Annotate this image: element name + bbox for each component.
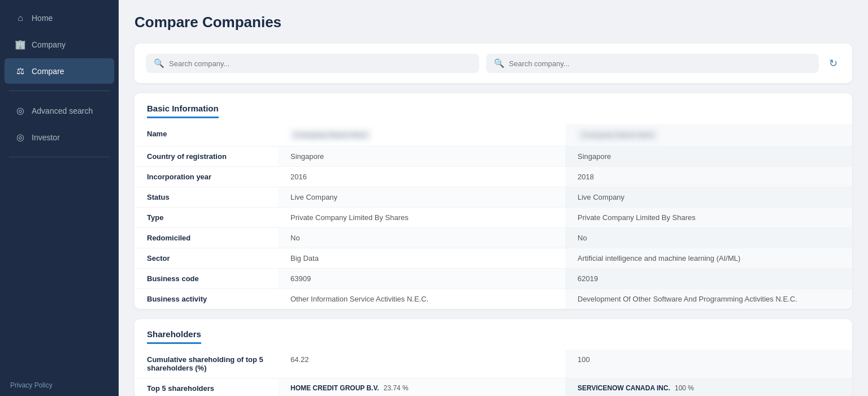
row-label-redomiciled: Redomiciled: [134, 228, 278, 248]
row-label-top5: Top 5 shareholders: [134, 378, 278, 397]
search-row: 🔍 🔍 ↻: [134, 44, 852, 83]
main-content: Compare Companies 🔍 🔍 ↻ Basic Informatio…: [119, 0, 868, 396]
row-col1-top5: HOME CREDIT GROUP B.V. 23.74 %: [278, 378, 565, 397]
investor-icon: ◎: [15, 132, 26, 143]
sidebar-item-home[interactable]: ⌂ Home: [5, 6, 114, 31]
row-col2-biz-activity: Development Of Other Software And Progra…: [565, 289, 852, 309]
row-col2-name: Company Name Here: [565, 124, 852, 147]
row-col1-type: Private Company Limited By Shares: [278, 208, 565, 228]
basic-info-card: Basic Information Name Company Name Here…: [134, 93, 852, 309]
search-box-1: 🔍: [146, 54, 479, 73]
row-col2-inc-year: 2018: [565, 167, 852, 187]
table-row: Top 5 shareholders HOME CREDIT GROUP B.V…: [134, 378, 852, 397]
search-box-2: 🔍: [486, 54, 819, 73]
sidebar-item-label: Investor: [32, 133, 60, 142]
table-row: Redomiciled No No: [134, 228, 852, 248]
row-col1-sector: Big Data: [278, 248, 565, 269]
shareholders-table: Cumulative shareholding of top 5 shareho…: [134, 350, 852, 396]
row-col2-type: Private Company Limited By Shares: [565, 208, 852, 228]
row-label-cumulative: Cumulative shareholding of top 5 shareho…: [134, 350, 278, 378]
blurred-name-1: Company Name Here: [290, 130, 371, 140]
search-icon-1: 🔍: [154, 58, 164, 68]
row-col2-biz-code: 62019: [565, 269, 852, 289]
table-row: Type Private Company Limited By Shares P…: [134, 208, 852, 228]
table-row: Status Live Company Live Company: [134, 187, 852, 208]
row-col1-inc-year: 2016: [278, 167, 565, 187]
row-col1-country: Singapore: [278, 147, 565, 167]
row-label-inc-year: Incorporation year: [134, 167, 278, 187]
shareholder-name-2: SERVICENOW CANADA INC.: [578, 384, 670, 392]
sidebar-item-label: Advanced search: [32, 106, 93, 115]
row-label-biz-code: Business code: [134, 269, 278, 289]
row-col2-top5: SERVICENOW CANADA INC. 100 %: [565, 378, 852, 397]
row-col1-biz-activity: Other Information Service Activities N.E…: [278, 289, 565, 309]
row-col1-status: Live Company: [278, 187, 565, 208]
sidebar-item-company[interactable]: 🏢 Company: [5, 32, 114, 57]
sidebar-divider-1: [9, 91, 110, 91]
basic-info-title: Basic Information: [147, 104, 219, 118]
search-icon-2: 🔍: [494, 58, 505, 68]
company-icon: 🏢: [15, 39, 26, 50]
basic-info-table: Name Company Name Here Company Name Here…: [134, 124, 852, 309]
table-row: Business code 63909 62019: [134, 269, 852, 289]
search-input-2[interactable]: [509, 59, 811, 68]
sidebar-item-label: Company: [32, 40, 66, 49]
row-col2-status: Live Company: [565, 187, 852, 208]
row-label-name: Name: [134, 124, 278, 147]
row-col2-redomiciled: No: [565, 228, 852, 248]
table-row: Sector Big Data Artificial intelligence …: [134, 248, 852, 269]
table-row: Business activity Other Information Serv…: [134, 289, 852, 309]
shareholder-pct-1: 23.74 %: [384, 384, 409, 392]
sidebar-item-compare[interactable]: ⚖ Compare: [5, 58, 114, 84]
shareholder-item-2: SERVICENOW CANADA INC. 100 %: [578, 384, 840, 392]
sidebar: ⌂ Home 🏢 Company ⚖ Compare ◎ Advanced se…: [0, 0, 119, 396]
row-col1-biz-code: 63909: [278, 269, 565, 289]
sidebar-divider-2: [9, 157, 110, 157]
search-input-1[interactable]: [169, 59, 471, 68]
shareholders-header: Shareholders: [134, 319, 852, 350]
compare-icon: ⚖: [15, 66, 26, 76]
row-label-sector: Sector: [134, 248, 278, 269]
row-label-status: Status: [134, 187, 278, 208]
table-row: Cumulative shareholding of top 5 shareho…: [134, 350, 852, 378]
basic-info-header: Basic Information: [134, 93, 852, 124]
shareholder-pct-2: 100 %: [675, 384, 694, 392]
row-col1-name: Company Name Here: [278, 124, 565, 147]
sidebar-item-advanced-search[interactable]: ◎ Advanced search: [5, 98, 114, 123]
home-icon: ⌂: [15, 13, 26, 23]
row-col1-cumulative: 64.22: [278, 350, 565, 378]
row-label-type: Type: [134, 208, 278, 228]
sidebar-item-label: Compare: [32, 67, 64, 76]
shareholder-name-1: HOME CREDIT GROUP B.V.: [290, 384, 379, 392]
search-card: 🔍 🔍 ↻: [134, 44, 852, 83]
table-row: Incorporation year 2016 2018: [134, 167, 852, 187]
privacy-policy-link[interactable]: Privacy Policy: [0, 375, 119, 396]
row-label-country: Country of registration: [134, 147, 278, 167]
table-row: Name Company Name Here Company Name Here: [134, 124, 852, 147]
row-col2-sector: Artificial intelligence and machine lear…: [565, 248, 852, 269]
advanced-search-icon: ◎: [15, 105, 26, 116]
sidebar-item-investor[interactable]: ◎ Investor: [5, 124, 114, 150]
shareholders-title: Shareholders: [147, 329, 201, 344]
row-col2-country: Singapore: [565, 147, 852, 167]
page-title: Compare Companies: [134, 14, 852, 31]
blurred-name-2: Company Name Here: [578, 130, 658, 140]
row-col2-cumulative: 100: [565, 350, 852, 378]
shareholders-card: Shareholders Cumulative shareholding of …: [134, 319, 852, 396]
sidebar-item-label: Home: [32, 14, 53, 23]
row-col1-redomiciled: No: [278, 228, 565, 248]
row-label-biz-activity: Business activity: [134, 289, 278, 309]
table-row: Country of registration Singapore Singap…: [134, 147, 852, 167]
shareholder-item-1: HOME CREDIT GROUP B.V. 23.74 %: [290, 384, 553, 392]
refresh-button[interactable]: ↻: [826, 54, 841, 73]
sidebar-nav: ⌂ Home 🏢 Company ⚖ Compare ◎ Advanced se…: [0, 0, 119, 375]
